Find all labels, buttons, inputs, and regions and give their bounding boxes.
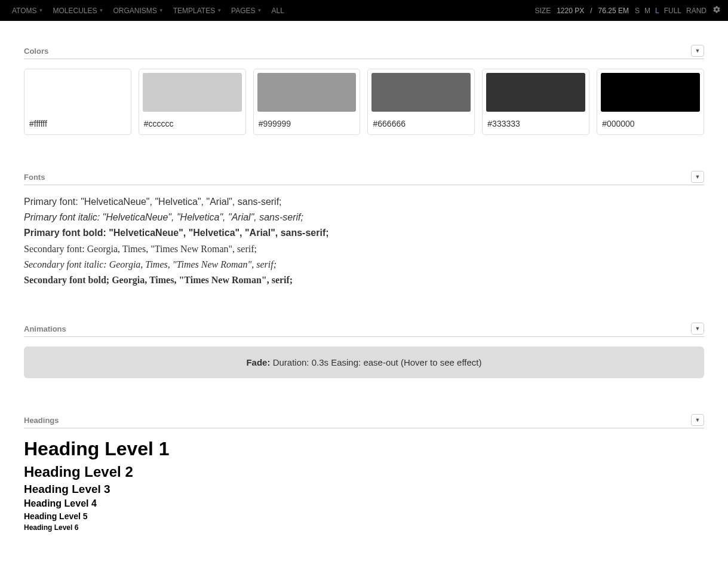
font-sample: Secondary font: Georgia, Times, "Times N… <box>24 242 704 256</box>
nav-label: TEMPLATES <box>173 7 215 15</box>
swatch-color <box>143 73 242 112</box>
color-swatch: #666666 <box>367 69 475 135</box>
animation-demo[interactable]: Fade: Duration: 0.3s Easing: ease-out (H… <box>24 347 704 378</box>
swatches: #ffffff#cccccc#999999#666666#333333#0000… <box>24 69 704 135</box>
topbar-nav: ATOMS▼MOLECULES▼ORGANISMS▼TEMPLATES▼PAGE… <box>7 7 289 15</box>
nav-label: ATOMS <box>12 7 37 15</box>
font-sample: Secondary font bold; Georgia, Times, "Ti… <box>24 273 704 287</box>
size-m[interactable]: M <box>644 7 650 15</box>
chevron-down-icon: ▼ <box>217 8 222 13</box>
swatch-color <box>601 73 700 112</box>
swatch-label: #000000 <box>601 119 700 131</box>
swatch-color <box>371 73 471 112</box>
nav-templates[interactable]: TEMPLATES▼ <box>168 7 226 15</box>
section-title: Headings <box>24 416 59 425</box>
color-swatch: #ffffff <box>24 69 131 135</box>
section-header: Fonts ▼ <box>24 171 704 185</box>
section-header: Animations ▼ <box>24 323 704 337</box>
section-toggle[interactable]: ▼ <box>691 414 704 426</box>
chevron-down-icon: ▼ <box>159 8 164 13</box>
font-sample: Primary font bold: "HelveticaNeue", "Hel… <box>24 226 704 240</box>
content: Colors ▼ #ffffff#cccccc#999999#666666#33… <box>0 21 728 564</box>
color-swatch: #cccccc <box>139 69 246 135</box>
section-title: Colors <box>24 47 48 56</box>
section-headings: Headings ▼ Heading Level 1 Heading Level… <box>24 414 704 532</box>
font-sample: Primary font: "HelveticaNeue", "Helvetic… <box>24 195 704 209</box>
chevron-down-icon: ▼ <box>99 8 104 13</box>
heading-6: Heading Level 6 <box>24 523 704 532</box>
nav-label: ALL <box>271 7 284 15</box>
nav-all[interactable]: ALL <box>266 7 288 15</box>
swatch-label: #333333 <box>486 119 585 131</box>
size-l[interactable]: L <box>655 7 659 15</box>
font-sample: Primary font italic: "HelveticaNeue", "H… <box>24 210 704 224</box>
section-title: Animations <box>24 324 66 333</box>
nav-pages[interactable]: PAGES▼ <box>226 7 266 15</box>
topbar-tools: SIZE 1220 PX / 76.25 EM SMLFULLRAND <box>535 5 721 16</box>
heading-2: Heading Level 2 <box>24 464 704 480</box>
animation-desc: Duration: 0.3s Easing: ease-out (Hover t… <box>273 357 482 367</box>
gear-icon[interactable] <box>712 5 721 16</box>
section-toggle[interactable]: ▼ <box>691 323 704 335</box>
swatch-color <box>28 73 127 112</box>
section-title: Fonts <box>24 173 45 182</box>
chevron-down-icon: ▼ <box>257 8 262 13</box>
heading-4: Heading Level 4 <box>24 498 704 509</box>
heading-1: Heading Level 1 <box>24 438 704 460</box>
chevron-down-icon: ▼ <box>39 8 44 13</box>
size-em: 76.25 EM <box>598 7 629 15</box>
size-full[interactable]: FULL <box>664 7 681 15</box>
section-colors: Colors ▼ #ffffff#cccccc#999999#666666#33… <box>24 45 704 135</box>
size-s[interactable]: S <box>635 7 640 15</box>
swatch-label: #ffffff <box>28 119 127 131</box>
size-rand[interactable]: RAND <box>686 7 707 15</box>
section-toggle[interactable]: ▼ <box>691 171 704 183</box>
section-toggle[interactable]: ▼ <box>691 45 704 57</box>
swatch-color <box>257 73 357 112</box>
color-swatch: #999999 <box>253 69 361 135</box>
swatch-color <box>486 73 585 112</box>
swatch-label: #cccccc <box>143 119 242 131</box>
section-animations: Animations ▼ Fade: Duration: 0.3s Easing… <box>24 323 704 378</box>
size-px: 1220 PX <box>557 7 584 15</box>
fonts-list: Primary font: "HelveticaNeue", "Helvetic… <box>24 195 704 287</box>
topbar: ATOMS▼MOLECULES▼ORGANISMS▼TEMPLATES▼PAGE… <box>0 0 728 21</box>
size-buttons: SMLFULLRAND <box>635 7 707 15</box>
heading-5: Heading Level 5 <box>24 511 704 521</box>
section-header: Colors ▼ <box>24 45 704 59</box>
section-fonts: Fonts ▼ Primary font: "HelveticaNeue", "… <box>24 171 704 287</box>
nav-label: MOLECULES <box>53 7 97 15</box>
nav-label: PAGES <box>231 7 255 15</box>
swatch-label: #999999 <box>257 119 357 131</box>
nav-atoms[interactable]: ATOMS▼ <box>7 7 48 15</box>
nav-organisms[interactable]: ORGANISMS▼ <box>108 7 168 15</box>
headings-list: Heading Level 1 Heading Level 2 Heading … <box>24 438 704 532</box>
color-swatch: #000000 <box>597 69 704 135</box>
color-swatch: #333333 <box>482 69 589 135</box>
nav-molecules[interactable]: MOLECULES▼ <box>48 7 108 15</box>
animation-label: Fade: <box>246 357 270 367</box>
nav-label: ORGANISMS <box>113 7 156 15</box>
size-sep: / <box>590 7 592 15</box>
swatch-label: #666666 <box>371 119 471 131</box>
section-header: Headings ▼ <box>24 414 704 428</box>
size-label: SIZE <box>535 7 551 15</box>
heading-3: Heading Level 3 <box>24 483 704 496</box>
font-sample: Secondary font italic: Georgia, Times, "… <box>24 258 704 271</box>
